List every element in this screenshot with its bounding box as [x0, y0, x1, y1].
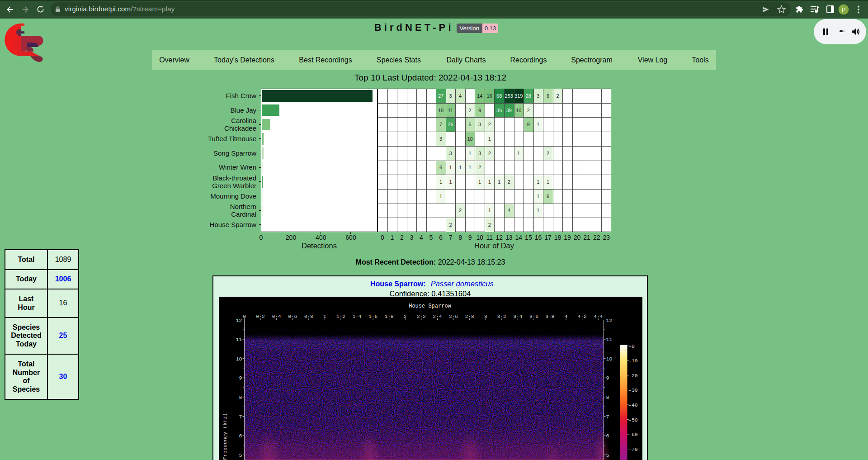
svg-text:12: 12 — [606, 318, 613, 323]
svg-text:-50: -50 — [628, 417, 638, 423]
svg-text:1·8: 1·8 — [385, 314, 394, 319]
svg-text:0·8: 0·8 — [304, 314, 313, 319]
svg-text:-30: -30 — [628, 387, 638, 393]
svg-text:10: 10 — [236, 356, 242, 362]
svg-text:6: 6 — [606, 433, 609, 439]
svg-text:3·8: 3·8 — [546, 314, 555, 319]
svg-text:0: 0 — [243, 314, 246, 319]
svg-text:7: 7 — [606, 414, 609, 420]
svg-text:7: 7 — [239, 414, 242, 420]
svg-text:Frequency (kHz): Frequency (kHz) — [222, 413, 228, 460]
svg-text:1·6: 1·6 — [368, 314, 377, 319]
svg-text:2: 2 — [404, 314, 407, 319]
svg-text:3: 3 — [484, 314, 487, 319]
svg-text:2·6: 2·6 — [449, 314, 458, 319]
svg-text:9: 9 — [239, 375, 242, 381]
svg-text:4·4: 4·4 — [594, 314, 603, 319]
svg-text:11: 11 — [606, 337, 613, 342]
svg-text:5: 5 — [239, 452, 242, 458]
svg-text:0·6: 0·6 — [288, 314, 297, 319]
svg-text:9: 9 — [606, 375, 609, 381]
svg-text:11: 11 — [236, 337, 242, 342]
svg-text:2·2: 2·2 — [417, 314, 426, 319]
svg-text:House Sparrow: House Sparrow — [409, 303, 451, 309]
svg-text:1·2: 1·2 — [336, 314, 345, 319]
svg-text:10: 10 — [606, 356, 613, 362]
svg-text:P: P — [841, 6, 845, 13]
svg-text:6: 6 — [239, 433, 242, 439]
svg-text:8: 8 — [239, 394, 242, 400]
svg-text:-40: -40 — [628, 402, 638, 408]
svg-text:-10: -10 — [628, 358, 638, 364]
svg-text:5: 5 — [606, 452, 609, 458]
svg-text:3·2: 3·2 — [497, 314, 506, 319]
svg-text:-20: -20 — [628, 373, 638, 379]
svg-text:12: 12 — [236, 318, 242, 323]
svg-text:-60: -60 — [628, 432, 638, 437]
svg-text:8: 8 — [606, 394, 609, 400]
svg-text:1·4: 1·4 — [353, 314, 362, 319]
svg-text:+0: +0 — [628, 343, 635, 349]
svg-text:3·6: 3·6 — [529, 314, 538, 319]
svg-text:3·4: 3·4 — [513, 314, 522, 319]
svg-text:-70: -70 — [628, 446, 638, 452]
svg-text:4·2: 4·2 — [578, 314, 587, 319]
svg-text:2·8: 2·8 — [465, 314, 474, 319]
svg-text:0·2: 0·2 — [256, 314, 265, 319]
svg-text:1: 1 — [323, 314, 326, 319]
svg-text:2·4: 2·4 — [433, 314, 442, 319]
svg-text:0·4: 0·4 — [272, 314, 281, 319]
svg-text:4: 4 — [565, 314, 568, 319]
